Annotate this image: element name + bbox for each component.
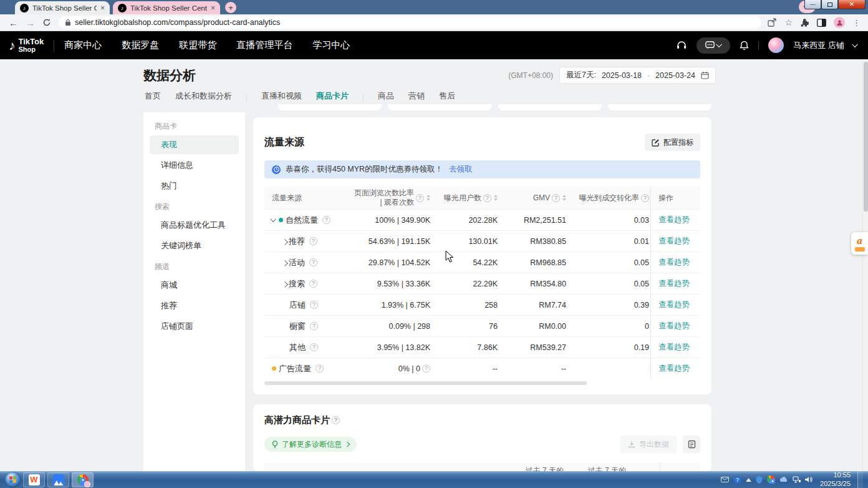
header-exposed-users[interactable]: 曝光用户数 ?	[433, 187, 500, 209]
forward-icon[interactable]: →	[26, 17, 35, 28]
tab-item[interactable]: 成长和数据分析	[175, 90, 232, 105]
tray-cloud-icon[interactable]	[779, 477, 788, 482]
notification-bell-icon[interactable]	[740, 41, 749, 51]
view-trend-link[interactable]: 查看趋势	[658, 257, 690, 268]
sort-icon[interactable]	[427, 195, 430, 201]
tray-help-icon[interactable]: ?	[733, 476, 741, 484]
tab-item[interactable]: 首页	[145, 90, 161, 105]
tab-item[interactable]: 直播和视频	[261, 90, 302, 105]
tray-volume-icon[interactable]	[805, 476, 813, 483]
tab-item[interactable]: 营销	[408, 90, 425, 105]
taskbar-clock[interactable]: 10:55 2025/3/25	[820, 471, 851, 488]
info-icon[interactable]: ?	[310, 301, 318, 309]
refresh-icon[interactable]	[42, 18, 51, 27]
view-trend-link[interactable]: 查看趋势	[658, 342, 690, 353]
field-settings-button[interactable]	[683, 436, 700, 453]
side-panel-icon[interactable]	[817, 19, 826, 27]
scrollbar-thumb[interactable]	[264, 381, 587, 385]
taskbar-app-mountain[interactable]	[47, 472, 69, 487]
date-end[interactable]: 2025-03-24	[655, 71, 695, 80]
header-pv-rate[interactable]: 页面浏览次数比率 | 观看次数 ?	[352, 187, 433, 209]
back-icon[interactable]: ←	[9, 17, 18, 28]
tray-chrome-icon[interactable]	[767, 476, 775, 484]
header-gmv[interactable]: GMV ?	[500, 187, 569, 209]
tab-item[interactable]: 售后	[439, 90, 455, 105]
taskbar-app-chrome[interactable]	[72, 472, 94, 487]
wangwang-float-widget[interactable]: a	[851, 232, 868, 255]
sidebar-item[interactable]: 热门	[150, 177, 239, 195]
share-icon[interactable]	[768, 18, 777, 27]
tab-active[interactable]: 商品卡片	[316, 90, 349, 105]
header-top3-actions[interactable]: 前 3 项建议操作?	[380, 462, 514, 471]
close-tab-icon[interactable]: ×	[100, 4, 105, 12]
info-icon[interactable]: ?	[641, 194, 649, 202]
info-icon[interactable]: ?	[552, 194, 560, 202]
info-icon[interactable]: ?	[316, 364, 324, 373]
header-product-card-name[interactable]: 商品卡名称?	[264, 462, 380, 471]
tab-item[interactable]: 商品	[378, 90, 394, 105]
new-tab-button[interactable]: +	[225, 2, 236, 13]
view-trend-link[interactable]: 查看趋势	[658, 321, 690, 331]
info-icon[interactable]: ?	[422, 364, 430, 373]
view-trend-link[interactable]: 查看趋势	[658, 363, 690, 374]
browser-tab-2[interactable]: ♪ TikTok Shop Seller Center | Cr ×	[113, 1, 220, 14]
sort-icon[interactable]	[494, 195, 498, 201]
sidebar-item[interactable]: 商城	[150, 276, 239, 295]
header-cvr[interactable]: 曝光到成交转化率 ?	[569, 187, 650, 209]
date-start[interactable]: 2025-03-18	[602, 71, 642, 80]
info-icon[interactable]: ?	[309, 280, 317, 288]
tiktok-shop-logo[interactable]: ♪ TikTok Shop	[9, 37, 44, 53]
window-minimize-button[interactable]: —	[804, 0, 821, 9]
window-close-button[interactable]: ✕	[838, 0, 866, 9]
appnav-item[interactable]: 学习中心	[312, 39, 350, 51]
appnav-item[interactable]: 数据罗盘	[122, 39, 159, 51]
info-icon[interactable]: ?	[310, 322, 318, 330]
sidebar-item[interactable]: 推荐	[150, 296, 239, 315]
info-icon[interactable]: ?	[309, 237, 317, 245]
chevron-down-icon[interactable]	[270, 216, 276, 222]
page-scrollbar[interactable]	[862, 59, 868, 471]
headset-icon[interactable]	[676, 40, 687, 51]
horizontal-scrollbar[interactable]	[264, 381, 700, 386]
info-icon[interactable]: ?	[322, 216, 330, 224]
appnav-item[interactable]: 联盟带货	[179, 39, 216, 51]
browser-menu-icon[interactable]: ⋮	[852, 18, 861, 27]
sidebar-item[interactable]: 表现	[150, 135, 239, 154]
close-tab-icon[interactable]: ×	[211, 4, 215, 12]
info-icon[interactable]: ?	[310, 343, 318, 351]
store-name[interactable]: 马来西亚 店铺	[793, 40, 844, 51]
start-button[interactable]	[5, 472, 21, 487]
claim-coupon-link[interactable]: 去领取	[449, 164, 473, 175]
date-range-picker[interactable]: 最近7天: 2025-03-18 - 2025-03-24	[559, 67, 716, 84]
configure-metrics-button[interactable]: 配置指标	[645, 134, 700, 151]
bookmark-star-icon[interactable]: ☆	[784, 17, 793, 27]
appnav-item[interactable]: 直播管理平台	[236, 39, 292, 51]
sidebar-item[interactable]: 关键词榜单	[150, 237, 239, 255]
sidebar-item[interactable]: 详细信息	[150, 156, 239, 175]
profile-avatar-icon[interactable]	[834, 17, 845, 28]
chat-selector[interactable]	[697, 37, 730, 54]
sort-icon[interactable]	[562, 195, 566, 201]
store-avatar[interactable]	[768, 37, 784, 53]
tray-network-icon[interactable]	[793, 476, 801, 483]
appnav-item[interactable]: 商家中心	[64, 39, 102, 51]
tray-message-icon[interactable]	[721, 477, 729, 482]
page-scrollbar-thumb[interactable]	[864, 62, 868, 212]
info-icon[interactable]: ?	[416, 194, 424, 202]
export-data-button[interactable]: 导出数据	[620, 436, 677, 453]
header-7day-viewers[interactable]: 过去 7 天的浏览人数 ?	[514, 462, 580, 471]
info-icon[interactable]: ?	[309, 258, 317, 266]
extensions-puzzle-icon[interactable]	[800, 18, 809, 27]
view-trend-link[interactable]: 查看趋势	[658, 215, 690, 225]
header-7day-gmv[interactable]: 过去 7 天的商品交易总额 ?	[580, 462, 642, 471]
browser-tab-1[interactable]: ♪ TikTok Shop Seller Center | Cr ×	[15, 1, 110, 14]
info-icon[interactable]: ?	[483, 194, 491, 202]
show-desktop-button[interactable]	[857, 471, 863, 488]
chevron-right-icon[interactable]	[282, 260, 288, 266]
url-bar[interactable]: seller.tiktokglobalshop.com/compass/prod…	[59, 16, 761, 29]
view-trend-link[interactable]: 查看趋势	[658, 236, 690, 246]
tray-security-icon[interactable]	[756, 476, 763, 484]
info-icon[interactable]: ?	[332, 416, 340, 424]
chevron-right-icon[interactable]	[282, 239, 288, 245]
diagnosis-link[interactable]: 了解更多诊断信息	[264, 437, 357, 452]
